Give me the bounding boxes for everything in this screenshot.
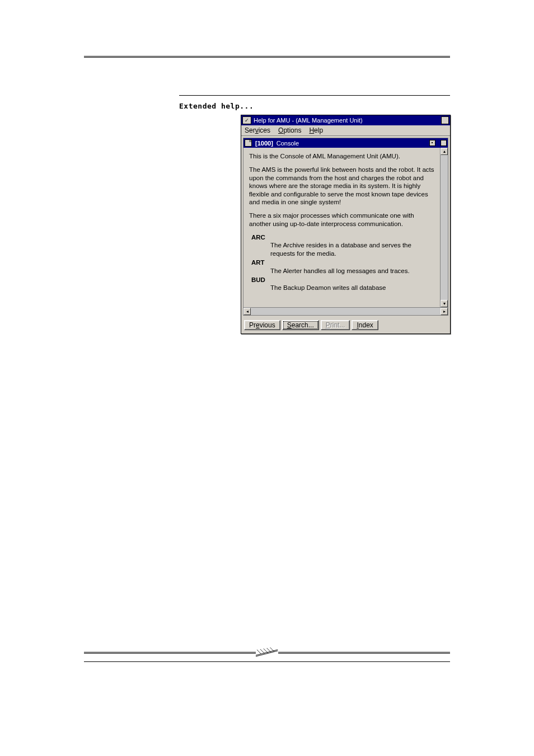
page-bottom-rule	[84, 661, 450, 662]
svg-line-3	[260, 649, 265, 654]
paragraph-2: There a six major processes which commun…	[249, 212, 437, 228]
search-button[interactable]: Search...	[282, 320, 319, 330]
content-pane: [1000] Console This is the Console of AM…	[243, 138, 448, 316]
maximize-button[interactable]	[441, 116, 449, 124]
def-desc: The Archive resides in a database and se…	[270, 241, 437, 257]
restore-button[interactable]	[429, 140, 435, 146]
previous-button[interactable]: Previous	[244, 320, 280, 330]
button-bar: Previous Search... Print... Index	[241, 317, 450, 334]
page-top-rule	[84, 56, 450, 58]
help-content: This is the Console of AML Management Un…	[243, 148, 440, 307]
document-icon	[245, 139, 252, 147]
scroll-track[interactable]	[251, 308, 441, 315]
scroll-track[interactable]	[441, 155, 448, 300]
content-label: Console	[277, 140, 299, 147]
menu-options[interactable]: Options	[278, 126, 301, 134]
system-menu-icon[interactable]: ✓	[242, 116, 251, 124]
scroll-left-icon[interactable]: ◂	[243, 308, 251, 315]
scroll-up-icon[interactable]: ▴	[441, 148, 448, 155]
menu-help[interactable]: Help	[309, 126, 323, 134]
section-heading: Extended help...	[179, 102, 254, 110]
content-titlebar[interactable]: [1000] Console	[243, 138, 448, 148]
maximize-inner-button[interactable]	[441, 140, 447, 146]
def-term: BUD	[251, 276, 437, 284]
print-button[interactable]: Print...	[321, 320, 350, 330]
paragraph-1: The AMS is the powerful link between hos…	[249, 166, 437, 206]
svg-line-2	[257, 650, 261, 654]
scroll-right-icon[interactable]: ▸	[441, 308, 448, 315]
menu-bar: Services Options Help	[241, 125, 450, 136]
svg-line-0	[256, 650, 278, 655]
vertical-scrollbar[interactable]: ▴ ▾	[440, 148, 448, 307]
def-term: ARC	[251, 233, 437, 241]
def-term: ART	[251, 259, 437, 266]
index-button[interactable]: Index	[352, 320, 378, 330]
page-bottom-ornament	[84, 650, 450, 655]
horizontal-scrollbar[interactable]: ◂ ▸	[243, 307, 448, 315]
scroll-down-icon[interactable]: ▾	[441, 300, 448, 307]
window-title: Help for AMU - (AML Management Unit)	[254, 117, 439, 124]
svg-line-4	[264, 649, 268, 653]
section-rule	[179, 95, 450, 96]
menu-services[interactable]: Services	[245, 126, 270, 134]
window-titlebar[interactable]: ✓ Help for AMU - (AML Management Unit)	[241, 115, 450, 125]
def-desc: The Alerter handles all log messages and…	[270, 267, 437, 275]
def-desc: The Backup Deamon writes all database	[270, 284, 437, 292]
intro-text: This is the Console of AML Management Un…	[249, 152, 437, 160]
help-window: ✓ Help for AMU - (AML Management Unit) S…	[241, 115, 451, 334]
content-id: [1000]	[255, 140, 273, 147]
